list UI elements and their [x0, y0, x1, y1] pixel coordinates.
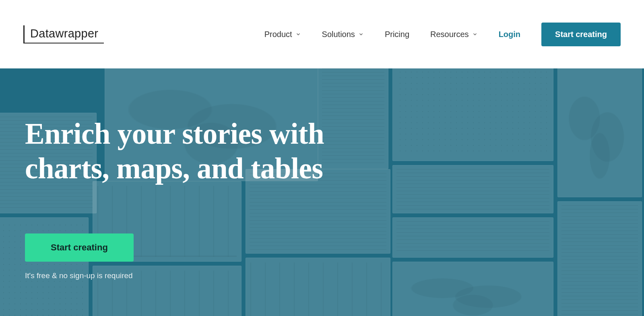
- nav-label: Product: [264, 30, 292, 39]
- nav-label: Pricing: [385, 30, 409, 39]
- nav-item-product[interactable]: Product: [264, 30, 301, 39]
- site-header: Datawrapper Product Solutions Pricing Re…: [0, 0, 644, 68]
- nav-item-pricing[interactable]: Pricing: [385, 30, 409, 39]
- brand-logo[interactable]: Datawrapper: [23, 25, 104, 43]
- chevron-down-icon: [358, 31, 364, 37]
- hero-start-creating-button[interactable]: Start creating: [25, 233, 134, 262]
- nav-label: Resources: [430, 30, 469, 39]
- hero-subtext: It's free & no sign-up is required: [25, 271, 362, 280]
- chevron-down-icon: [472, 31, 478, 37]
- login-link[interactable]: Login: [499, 30, 520, 39]
- nav-item-solutions[interactable]: Solutions: [322, 30, 364, 39]
- nav-item-resources[interactable]: Resources: [430, 30, 478, 39]
- hero-headline: Enrich your stories with charts, maps, a…: [25, 117, 362, 186]
- nav-label: Solutions: [322, 30, 355, 39]
- primary-nav: Product Solutions Pricing Resources Logi…: [264, 23, 621, 46]
- start-creating-button[interactable]: Start creating: [541, 23, 621, 46]
- hero-content: Enrich your stories with charts, maps, a…: [0, 68, 362, 280]
- hero-section: Enrich your stories with charts, maps, a…: [0, 68, 644, 316]
- chevron-down-icon: [295, 31, 301, 37]
